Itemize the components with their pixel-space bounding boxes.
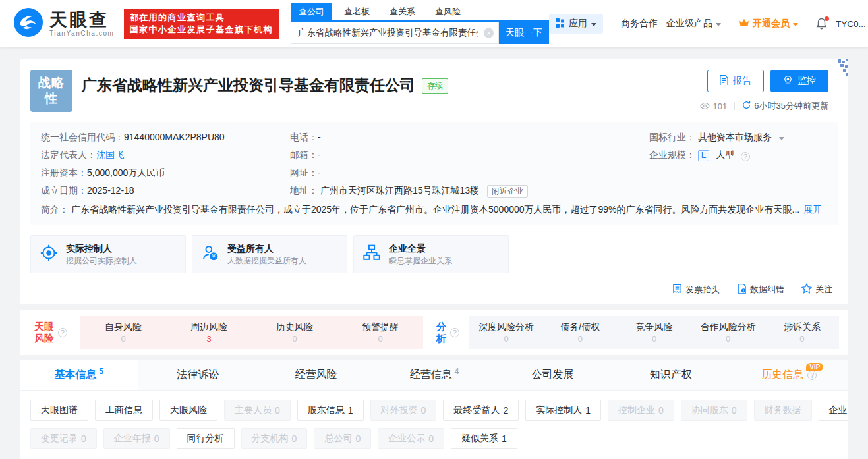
risk-item-warning[interactable]: 预警提醒 0 xyxy=(337,320,423,345)
field-value-website: - xyxy=(318,167,321,178)
target-icon xyxy=(40,244,57,264)
follow-label: 关注 xyxy=(815,284,832,296)
company-title-row: 战略 性 广东省战略性新兴产业投资引导基金有限责任公司 存续 xyxy=(30,70,838,112)
tab-basic-info[interactable]: 基本信息 5 xyxy=(20,360,138,390)
slogan-line1: 都在用的商业查询工具 xyxy=(130,12,274,24)
legal-representative-link[interactable]: 沈国飞 xyxy=(96,149,124,160)
intro-text: 广东省战略性新兴产业投资引导基金有限责任公司，成立于2025年，位于广东省广州市… xyxy=(71,204,799,215)
tab-history-info[interactable]: 历史信息 VIP xyxy=(730,360,848,390)
chip-company-relations[interactable]: 企业关系 xyxy=(819,400,848,421)
field-value-email: - xyxy=(318,149,321,160)
top-header: 天眼查 TianYanCha.com 都在用的商业查询工具 国家中小企业发展子基… xyxy=(0,0,868,47)
notification-dot xyxy=(825,16,829,21)
divider xyxy=(807,19,807,28)
shortcut-desc: 大数据挖掘受益所有人 xyxy=(227,256,306,267)
clear-search-icon[interactable] xyxy=(484,28,494,38)
chip-row-1: 天眼图谱 工商信息 天眼风险 主要人员0 股东信息1 对外投资0 最终受益人2 … xyxy=(30,400,838,421)
eye-icon xyxy=(700,101,710,111)
tab-business-info[interactable]: 经营信息 4 xyxy=(375,360,493,390)
risk-panel: 自身风险 0 周边风险 3 历史风险 0 预警提醒 0 xyxy=(80,316,423,349)
report-button[interactable]: 报告 xyxy=(707,70,764,92)
shortcut-desc: 挖掘公司实际控制人 xyxy=(66,256,137,267)
field-label-registered-capital: 注册资本： xyxy=(41,167,87,178)
tab-operational-risk[interactable]: 经营风险 xyxy=(257,360,375,390)
search-input[interactable] xyxy=(291,22,499,44)
chip-suspected-relations[interactable]: 疑似关系1 xyxy=(451,428,517,449)
invoice-header-label: 发票抬头 xyxy=(685,284,720,296)
chip-key-personnel: 主要人员0 xyxy=(224,400,291,421)
chip-ultimate-beneficiary[interactable]: 最终受益人2 xyxy=(443,400,519,421)
help-icon xyxy=(450,328,459,337)
tab-company-development[interactable]: 公司发展 xyxy=(494,360,612,390)
info-column-1: 统一社会信用代码：91440000MAK2P8PU80 法定代表人：沈国飞 注册… xyxy=(41,128,290,200)
nav-business-cooperation[interactable]: 商务合作 xyxy=(621,18,658,30)
main-content: 战略 性 广东省战略性新兴产业投资引导基金有限责任公司 存续 xyxy=(0,47,868,459)
slogan-banner: 都在用的商业查询工具 国家中小企业发展子基金旗下机构 xyxy=(124,9,279,39)
search-tab-boss[interactable]: 查老板 xyxy=(336,3,378,20)
nav-apps-menu[interactable]: 应用 xyxy=(549,14,603,34)
analysis-item-cooperation[interactable]: 合作风险分析 0 xyxy=(691,320,765,345)
monitor-button[interactable]: 监控 xyxy=(770,70,828,92)
nearby-companies-button[interactable]: 附近企业 xyxy=(487,185,528,198)
tianyancha-logo-icon xyxy=(13,7,43,40)
user-account-menu[interactable]: TYC0... xyxy=(836,19,868,29)
field-label-company-scale: 企业规模： xyxy=(649,149,695,160)
invoice-header-button[interactable]: 发票抬头 xyxy=(672,284,720,296)
company-avatar: 战略 性 xyxy=(30,70,72,112)
search-tab-company[interactable]: 查公司 xyxy=(291,3,332,20)
field-value-establish-date: 2025-12-18 xyxy=(87,185,134,196)
analysis-item-deep-risk[interactable]: 深度风险分析 0 xyxy=(469,320,543,345)
user-account-label: TYC0... xyxy=(836,19,866,29)
analysis-item-debt[interactable]: 债务/债权 0 xyxy=(543,320,617,345)
avatar-text-line1: 战略 xyxy=(38,75,65,91)
tab-intellectual-property[interactable]: 知识产权 xyxy=(612,360,730,390)
field-label-credit-code: 统一社会信用代码： xyxy=(41,132,124,142)
qr-corner-decoration xyxy=(825,59,848,84)
risk-item-self[interactable]: 自身风险 0 xyxy=(80,320,166,345)
chip-financial-data: 财务数据 xyxy=(754,400,812,421)
search-tab-relation[interactable]: 查关系 xyxy=(382,3,423,20)
divider xyxy=(730,19,730,28)
chip-outbound-investment: 对外投资0 xyxy=(370,400,437,421)
chip-peer-analysis[interactable]: 同行分析 xyxy=(177,428,235,449)
nav-vip-membership[interactable]: 开通会员 xyxy=(739,18,798,30)
data-correction-button[interactable]: 数据纠错 xyxy=(737,284,784,296)
chip-actual-controller[interactable]: 实际控制人1 xyxy=(525,400,601,421)
chip-business-registration[interactable]: 工商信息 xyxy=(95,400,153,421)
tianyancha-logo[interactable]: 天眼查 TianYanCha.com xyxy=(13,7,115,40)
chip-tianyan-graph[interactable]: 天眼图谱 xyxy=(30,400,88,421)
chevron-down-icon[interactable] xyxy=(779,137,784,140)
shortcut-cards: 实际控制人 挖掘公司实际控制人 ¥ 受益所有人 xyxy=(30,235,838,273)
analysis-item-competition[interactable]: 竞争风险 0 xyxy=(617,320,691,345)
nav-enterprise-products[interactable]: 企业级产品 xyxy=(666,18,721,30)
chip-company-announcements: 企业公示0 xyxy=(378,428,444,449)
company-status-badge: 存续 xyxy=(422,78,448,94)
shortcut-beneficial-owner[interactable]: ¥ 受益所有人 大数据挖掘受益所有人 xyxy=(192,235,347,273)
follow-button[interactable]: 关注 xyxy=(801,283,832,296)
nav-apps-label: 应用 xyxy=(569,18,587,30)
tab-legal-litigation[interactable]: 法律诉讼 xyxy=(138,360,256,390)
chevron-down-icon xyxy=(591,23,596,26)
chip-shareholders[interactable]: 股东信息1 xyxy=(297,400,364,421)
star-icon xyxy=(801,283,812,296)
notification-bell-icon[interactable] xyxy=(816,18,827,30)
risk-title-line1: 天眼 xyxy=(34,321,54,333)
search-tabs: 查公司 查老板 查关系 查风险 xyxy=(291,3,549,22)
field-label-website: 网址： xyxy=(290,167,318,178)
vip-badge: VIP xyxy=(806,363,823,371)
analysis-title: 分 析 xyxy=(434,321,464,344)
search-tab-risk[interactable]: 查风险 xyxy=(427,3,469,20)
section-chips: 天眼图谱 工商信息 天眼风险 主要人员0 股东信息1 对外投资0 最终受益人2 … xyxy=(20,391,848,459)
view-count: 101 xyxy=(713,101,728,111)
page: 天眼查 TianYanCha.com 都在用的商业查询工具 国家中小企业发展子基… xyxy=(0,0,868,459)
analysis-item-litigation[interactable]: 涉诉关系 0 xyxy=(765,320,839,345)
scale-l-badge: L xyxy=(698,150,709,161)
search-box xyxy=(291,22,499,44)
search-button[interactable]: 天眼一下 xyxy=(499,22,549,44)
expand-intro-link[interactable]: 展开 xyxy=(803,204,822,215)
shortcut-actual-controller[interactable]: 实际控制人 挖掘公司实际控制人 xyxy=(30,235,186,273)
risk-item-surrounding[interactable]: 周边风险 3 xyxy=(166,320,252,345)
chip-tianyan-risk[interactable]: 天眼风险 xyxy=(159,400,217,421)
risk-item-history[interactable]: 历史风险 0 xyxy=(252,320,337,345)
shortcut-company-panorama[interactable]: 企业全景 瞬息掌握企业关系 xyxy=(353,235,509,273)
